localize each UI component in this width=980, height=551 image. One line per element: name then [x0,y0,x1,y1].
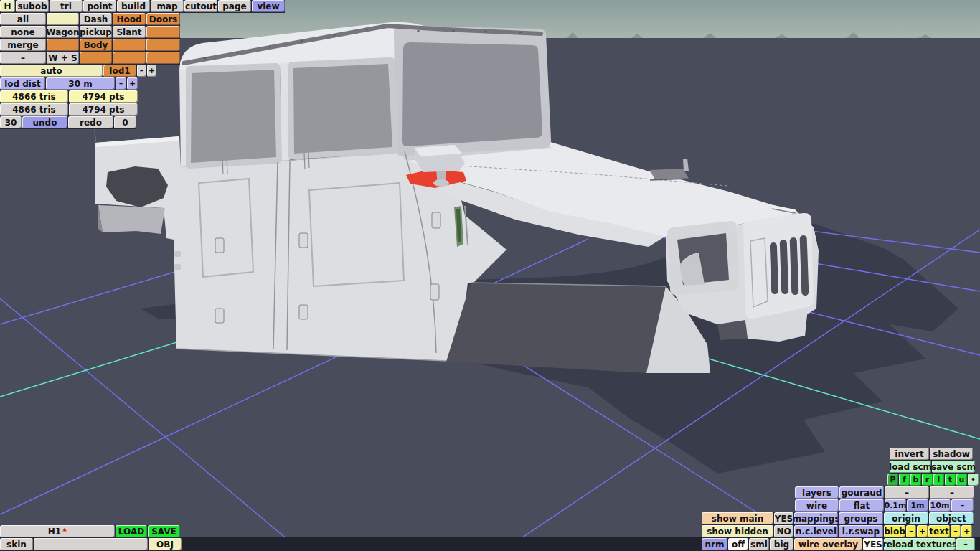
show-hidden-button[interactable]: show hidden [702,525,773,537]
part-cell-empty[interactable] [47,39,79,51]
lod-plus-button[interactable]: + [147,65,156,77]
text-minus-button[interactable]: – [951,525,961,537]
tab-h[interactable]: H [0,0,15,12]
skin-button[interactable]: skin [0,538,33,550]
file-bar: H1* LOAD SAVE [0,525,180,538]
part-cell-empty[interactable] [146,52,180,64]
view-right-button[interactable]: r [922,474,933,486]
invert-shadow-row: invert shadow [890,448,973,461]
spacer-button-1[interactable]: – [885,486,929,499]
tab-page[interactable]: page [218,0,251,12]
nrm-off-button[interactable]: off [728,538,748,550]
lod-dist-plus-button[interactable]: + [127,77,138,90]
part-cell-empty[interactable] [80,52,112,64]
grid-step-1m-button[interactable]: 1m [907,499,928,512]
view-dot-button[interactable]: • [968,474,979,486]
tab-cutout[interactable]: cutout [184,0,217,12]
view-top-button[interactable]: t [945,474,956,486]
lod-minus-button[interactable]: – [137,65,146,77]
part-dash-button[interactable]: Dash [80,13,112,25]
part-cell-empty[interactable] [47,13,79,25]
grid-step-10m-button[interactable]: 10m [929,499,951,512]
nrm-big-button[interactable]: big [770,538,793,550]
spacer-button-2[interactable]: – [930,486,974,499]
view-under-button[interactable]: u [956,474,967,486]
normals-row: nrm off sml big wire overlay YES reload … [702,538,975,551]
tab-subob[interactable]: subob [16,0,49,12]
text-plus-button[interactable]: + [961,525,972,537]
wire-button[interactable]: wire [795,499,839,512]
select-minus-button[interactable]: – [0,52,46,64]
text-button[interactable]: text [928,525,950,537]
nrm-sml-button[interactable]: sml [749,538,769,550]
tab-point[interactable]: point [83,0,116,12]
part-cell-empty[interactable] [113,39,146,51]
invert-button[interactable]: invert [890,448,929,460]
flat-button[interactable]: flat [839,499,884,512]
format-obj-button[interactable]: OBJ [149,538,182,550]
part-pickup-button[interactable]: pickup [80,26,112,38]
undo-button[interactable]: undo [22,116,67,128]
tab-build[interactable]: build [117,0,150,12]
redo-count: 0 [114,116,136,128]
view-preset-row: P f b r l t u • [887,474,979,486]
show-main-value[interactable]: YES [774,512,793,524]
part-ws-button[interactable]: W + S [47,52,79,64]
tab-view-active[interactable]: view [252,0,285,12]
nc-level-button[interactable]: n.c.level [794,525,838,537]
blob-minus-button[interactable]: – [906,525,916,537]
view-front-button[interactable]: f [899,474,910,486]
lod-dist-bar: lod dist 30 m – + [0,77,138,90]
nrm-label[interactable]: nrm [702,538,727,550]
mappings-button[interactable]: mappings [794,512,838,524]
save-scm-button[interactable]: save scm [932,461,975,473]
blob-button[interactable]: blob [884,525,905,537]
lod-current[interactable]: lod1 [103,65,136,77]
tab-tri[interactable]: tri [50,0,83,12]
show-main-button[interactable]: show main [702,512,773,524]
part-wagon-button[interactable]: Wagon [47,26,79,38]
wire-overlay-value[interactable]: YES [863,538,883,550]
blob-plus-button[interactable]: + [917,525,928,537]
groups-button[interactable]: groups [839,512,883,524]
lod-auto-button[interactable]: auto [0,65,103,77]
part-body-button[interactable]: Body [80,39,112,51]
select-all-button[interactable]: all [0,13,46,25]
grid-step-01m-button[interactable]: 0.1m [885,499,906,512]
layers-button[interactable]: layers [795,486,839,499]
part-cell-empty[interactable] [146,26,180,38]
origin-button[interactable]: origin [884,512,928,524]
wire-overlay-button[interactable]: wire overlay [794,538,862,550]
view-back-button[interactable]: b [910,474,921,486]
load-button[interactable]: LOAD [116,525,147,537]
view-perspective-button[interactable]: P [887,474,898,486]
tab-map[interactable]: map [151,0,184,12]
load-scm-button[interactable]: load scm [890,461,931,473]
gouraud-button[interactable]: gouraud [839,486,884,499]
part-cell-empty[interactable] [113,52,146,64]
save-button[interactable]: SAVE [148,525,180,537]
part-slant-button[interactable]: Slant [113,26,146,38]
merge-button[interactable]: merge [0,39,46,51]
part-doors-button[interactable]: Doors [146,13,180,25]
model-name-field[interactable]: H1* [0,525,115,537]
subobject-row-4: – W + S [0,52,180,65]
show-hidden-value[interactable]: NO [774,525,793,537]
lod-dist-minus-button[interactable]: – [116,77,126,90]
redo-button[interactable]: redo [68,116,113,128]
viewport-3d[interactable] [0,0,980,551]
reload-textures-button[interactable]: reload textures [884,538,956,550]
skin-name-field[interactable] [34,538,148,550]
shadow-button[interactable]: shadow [930,448,973,460]
lod-dist-label[interactable]: lod dist [0,77,45,90]
reload-textures-minus-button[interactable]: – [956,538,975,550]
lr-swap-button[interactable]: l.r.swap [839,525,883,537]
object-button[interactable]: object [929,512,974,524]
stats-row-total: 4866 tris 4794 pts [0,103,138,116]
select-none-button[interactable]: none [0,26,46,38]
grid-step-minus-button[interactable]: – [951,499,974,512]
part-hood-button[interactable]: Hood [113,13,146,25]
part-cell-empty[interactable] [146,39,180,51]
model-name: H1 [48,527,61,537]
view-left-button[interactable]: l [933,474,944,486]
